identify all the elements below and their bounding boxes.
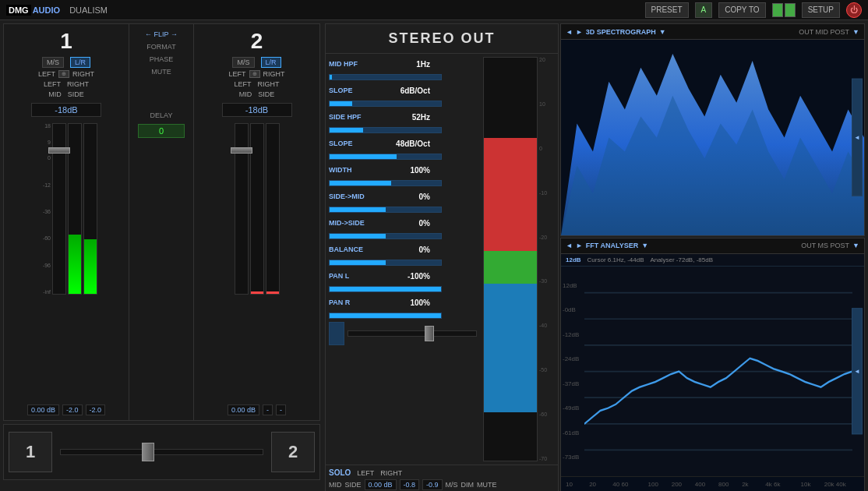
- ab-button[interactable]: A: [695, 2, 713, 18]
- ch1-fader-section: 18 9 0 -12 -36 -60 -96 -inf: [9, 123, 124, 401]
- fft-down-arrow[interactable]: ▼: [641, 242, 648, 249]
- ch1-left-label: LEFT: [38, 70, 55, 78]
- spec-arrow-right[interactable]: ►: [576, 28, 583, 36]
- fft-db-label: 12dB: [566, 256, 581, 263]
- ch2-right-label: RIGHT: [263, 70, 285, 78]
- ch1-lr-btn[interactable]: L/R: [70, 57, 90, 68]
- ch2-fader-section: [199, 123, 315, 401]
- flip-header: ← FLIP →: [145, 30, 178, 38]
- pan-l-value: -100%: [395, 272, 430, 281]
- side-hpf-slider[interactable]: [329, 127, 442, 133]
- copy-to-button[interactable]: COPY TO: [718, 2, 765, 18]
- fft-svg: [584, 267, 852, 476]
- side-hpf-label: SIDE HPF: [329, 113, 395, 121]
- slope2-slider[interactable]: [329, 154, 442, 160]
- stereo-db-val: 0.00 dB: [365, 479, 397, 490]
- balance-label: BALANCE: [329, 246, 395, 253]
- slope2-fill: [330, 154, 397, 159]
- ch1-link-row: LEFT ⊕ RIGHT: [38, 70, 94, 78]
- side-to-mid-row: SIDE->MID 0%: [329, 188, 477, 205]
- pan-r-slider[interactable]: [329, 313, 442, 319]
- ch1-fader-1-thumb[interactable]: [48, 147, 70, 154]
- solo-side: SIDE: [345, 481, 362, 489]
- spectrograph-arrow-btn[interactable]: ◄: [852, 79, 863, 196]
- fft-arrow-right[interactable]: ►: [576, 242, 583, 249]
- bottom-section: 1 2: [3, 424, 320, 480]
- vu-y-labels: 20 10 0 -10 -20 -30 -40 -50 -60 -70: [539, 57, 555, 461]
- balance-slider[interactable]: [329, 260, 442, 266]
- delay-display: 0: [138, 124, 185, 138]
- main-fader-thumb[interactable]: [425, 326, 434, 341]
- fft-arrow-btn[interactable]: ◄: [852, 309, 863, 434]
- solo-row: SOLO LEFT RIGHT: [329, 468, 555, 477]
- main-fader-block[interactable]: [329, 322, 344, 345]
- ch1-fader-1[interactable]: [52, 123, 66, 295]
- mid-hpf-row: MID HPF 1Hz: [329, 55, 477, 72]
- spectrograph-svg: [561, 40, 864, 235]
- brand-dualism: DUALISM: [69, 5, 108, 15]
- fft-arrow-left[interactable]: ◄: [566, 242, 573, 249]
- ch1-level2-val: -2.0: [86, 404, 106, 415]
- pan-r-value: 100%: [395, 298, 430, 307]
- channels: 1 M/S L/R LEFT ⊕ RIGHT LEFT RIGHT MID SI…: [3, 23, 320, 421]
- main-fader-track[interactable]: [348, 330, 477, 337]
- ch2-clip-2: [266, 291, 279, 294]
- ch2-mid-label: MID: [239, 90, 252, 98]
- fft-y-labels: 12dB -0dB -12dB -24dB -37dB -49dB -61dB …: [563, 282, 579, 461]
- stereo-controls: MID HPF 1Hz SLOPE 6dB/Oct SIDE HPF 52Hz: [326, 54, 558, 465]
- ch2-ms-btn[interactable]: M/S: [232, 57, 254, 68]
- mid-to-side-value: 0%: [395, 219, 430, 228]
- ch2-side-label: SIDE: [258, 90, 274, 98]
- ch1-meter-2: [83, 123, 97, 295]
- fft-info-row: 12dB Cursor 6.1Hz, -44dB Analyser -72dB,…: [561, 254, 864, 267]
- mid-hpf-slider[interactable]: [329, 74, 442, 80]
- slope1-slider[interactable]: [329, 101, 442, 107]
- fft-label-down[interactable]: ▼: [852, 242, 859, 249]
- ch2-level2-val: -: [276, 404, 286, 415]
- mid-to-side-fill: [330, 234, 386, 238]
- ch2-link-btn[interactable]: ⊕: [249, 70, 260, 78]
- ch2-db-val: 0.00 dB: [228, 404, 259, 415]
- setup-button[interactable]: SETUP: [802, 2, 840, 18]
- spec-down-arrow[interactable]: ▼: [659, 28, 666, 36]
- spec-label-down[interactable]: ▼: [852, 28, 859, 36]
- ch2-left2-label: LEFT: [235, 80, 252, 88]
- fft-label-right: OUT MS POST: [801, 242, 849, 249]
- ch2-fader-1[interactable]: [235, 123, 249, 295]
- preset-button[interactable]: PRESET: [645, 2, 689, 18]
- vu-red: [484, 138, 537, 251]
- crossfader-track[interactable]: [60, 449, 263, 455]
- crossfader-thumb[interactable]: [142, 443, 154, 461]
- spectrograph-header: ◄ ► 3D SPECTROGRAPH ▼ OUT MID POST ▼: [561, 24, 864, 40]
- mid-to-side-slider[interactable]: [329, 233, 442, 239]
- ch2-large-btn[interactable]: 2: [271, 432, 315, 472]
- stereo-out-panel: STEREO OUT MID HPF 1Hz SLOPE 6dB/Oct: [325, 23, 559, 491]
- side-to-mid-slider[interactable]: [329, 207, 442, 213]
- ch1-large-btn[interactable]: 1: [9, 432, 52, 472]
- spec-arrow-left[interactable]: ◄: [566, 28, 573, 36]
- slope2-row: SLOPE 48dB/Oct: [329, 135, 477, 152]
- mid-hpf-fill: [330, 75, 332, 79]
- width-slider[interactable]: [329, 180, 442, 186]
- ch2-fader-1-thumb[interactable]: [231, 147, 252, 154]
- mid-hpf-label: MID HPF: [329, 60, 395, 68]
- ch2-lr-btn[interactable]: L/R: [261, 57, 281, 68]
- fft-header: ◄ ► FFT ANALYSER ▼ OUT MS POST ▼: [561, 238, 864, 254]
- brand: DMG AUDIO: [6, 5, 60, 16]
- stereo-ms-label: M/S: [446, 481, 458, 489]
- vu-meter-container: 20 10 0 -10 -20 -30 -40 -50 -60 -70: [483, 57, 555, 461]
- grid-icon[interactable]: [772, 3, 796, 17]
- power-button[interactable]: ⏻: [846, 2, 862, 18]
- channel-2-num: 2: [251, 29, 263, 54]
- stereo-dim-label: DIM: [461, 481, 475, 489]
- ch1-ms-btn[interactable]: M/S: [42, 57, 64, 68]
- vu-green: [484, 251, 537, 283]
- ch1-lr-row: LEFT RIGHT: [44, 80, 89, 88]
- format-label: FORMAT: [146, 43, 175, 51]
- pan-l-slider[interactable]: [329, 286, 442, 292]
- vu-column: 20 10 0 -10 -20 -30 -40 -50 -60 -70: [480, 54, 558, 465]
- ch1-link-btn[interactable]: ⊕: [58, 70, 69, 78]
- side-to-mid-value: 0%: [395, 193, 430, 201]
- stereo-mute-label: MUTE: [477, 481, 497, 489]
- ch1-pad-display: -18dB: [31, 103, 101, 117]
